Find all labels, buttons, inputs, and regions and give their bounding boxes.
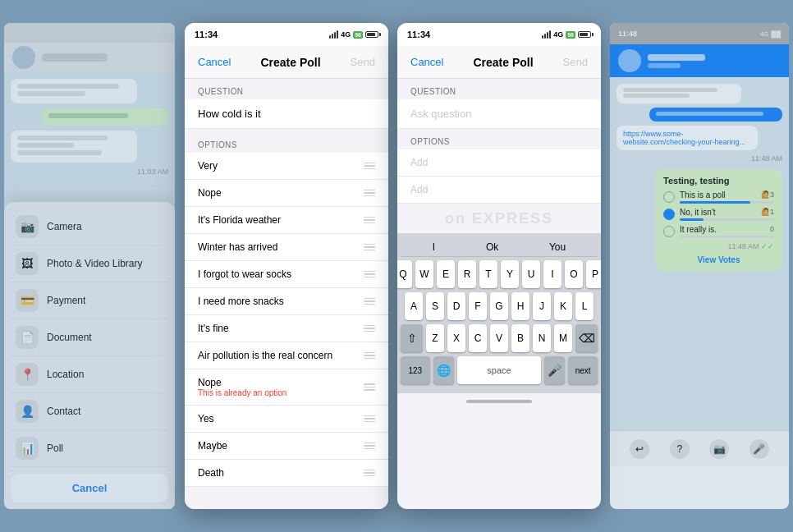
suggestion-2[interactable]: Ok (486, 241, 498, 253)
status-bar-right: 11:34 4G 98 (397, 23, 601, 46)
key-B[interactable]: B (511, 324, 529, 352)
key-M[interactable]: M (554, 324, 572, 352)
battery-icon-right (578, 31, 591, 38)
drag-handle-9[interactable] (364, 383, 375, 391)
key-space[interactable]: space (457, 356, 541, 384)
key-I[interactable]: I (543, 260, 562, 288)
share-item-poll[interactable]: 📊 Poll (11, 430, 168, 467)
send-button-right[interactable]: Send (563, 56, 588, 68)
drag-handle-4[interactable] (364, 244, 375, 251)
photos-icon: 🖼 (16, 252, 39, 275)
drag-handle-6[interactable] (364, 298, 375, 305)
key-A[interactable]: A (405, 292, 423, 320)
key-return[interactable]: next (568, 356, 598, 384)
cancel-button-left[interactable]: Cancel (198, 56, 231, 68)
key-Q[interactable]: Q (397, 260, 412, 288)
key-U[interactable]: U (522, 260, 540, 288)
key-123[interactable]: 123 (401, 356, 430, 384)
share-photos-label: Photo & Video Library (47, 258, 143, 269)
option-item-3[interactable]: It's Florida weather (185, 207, 388, 234)
question-label-left: QUESTION (185, 79, 388, 99)
poll-icon: 📊 (16, 437, 39, 460)
option-item-1[interactable]: Very (185, 153, 388, 180)
question-input-left[interactable]: How cold is it (185, 99, 388, 129)
signal-icon-left (329, 30, 338, 39)
drag-handle-1[interactable] (364, 163, 375, 170)
poll-option-1[interactable]: This is a poll 🙋3 (663, 190, 774, 204)
share-item-location[interactable]: 📍 Location (11, 356, 168, 393)
key-J[interactable]: J (533, 292, 551, 320)
drag-handle-12[interactable] (364, 470, 375, 477)
key-emoji[interactable]: 🌐 (433, 356, 454, 384)
key-mic[interactable]: 🎤 (544, 356, 565, 384)
key-T[interactable]: T (479, 260, 497, 288)
poll-option-3[interactable]: It really is. 0 (663, 225, 774, 238)
key-D[interactable]: D (447, 292, 465, 320)
option-item-2[interactable]: Nope (185, 180, 388, 207)
toolbar-icon-1[interactable]: ↩ (630, 439, 649, 459)
option-item-10[interactable]: Yes (185, 406, 388, 433)
battery-percent-left: 98 (353, 31, 363, 39)
option-item-12[interactable]: Death (185, 460, 388, 487)
option-text-2: Nope (198, 187, 222, 199)
key-shift[interactable]: ⇧ (401, 324, 423, 352)
cancel-button-right[interactable]: Cancel (410, 56, 443, 68)
key-Z[interactable]: Z (426, 324, 444, 352)
key-O[interactable]: O (565, 260, 583, 288)
key-E[interactable]: E (437, 260, 455, 288)
option-placeholder-1[interactable]: Add (397, 149, 601, 177)
share-cancel-button[interactable]: Cancel (11, 474, 168, 502)
option-item-7[interactable]: It's fine (185, 315, 388, 342)
toolbar-icon-3[interactable]: 📷 (709, 439, 729, 459)
poll-option-2[interactable]: No, it isn't 🙋1 (663, 208, 774, 221)
drag-handle-5[interactable] (364, 271, 375, 278)
drag-handle-2[interactable] (364, 190, 375, 197)
key-W[interactable]: W (415, 260, 433, 288)
option-item-6[interactable]: I need more snacks (185, 288, 388, 315)
key-F[interactable]: F (469, 292, 487, 320)
key-V[interactable]: V (490, 324, 508, 352)
key-K[interactable]: K (554, 292, 572, 320)
view-votes-button[interactable]: View Votes (663, 255, 774, 264)
poll-card-title: Testing, testing (663, 176, 774, 186)
drag-handle-11[interactable] (364, 443, 375, 450)
key-P[interactable]: P (586, 260, 601, 288)
key-C[interactable]: C (469, 324, 487, 352)
key-G[interactable]: G (490, 292, 508, 320)
option-item-4[interactable]: Winter has arrived (185, 234, 388, 261)
key-R[interactable]: R (458, 260, 476, 288)
drag-handle-8[interactable] (364, 352, 375, 360)
watermark-area: on EXPRESS (397, 204, 601, 233)
share-item-photos[interactable]: 🖼 Photo & Video Library (11, 245, 168, 282)
poll-fill-2 (680, 218, 704, 221)
key-S[interactable]: S (426, 292, 444, 320)
share-item-camera[interactable]: 📷 Camera (11, 209, 168, 245)
share-item-document[interactable]: 📄 Document (11, 319, 168, 356)
signal-icon-right (542, 30, 551, 39)
option-placeholder-2[interactable]: Add (397, 177, 601, 204)
toolbar-icon-2[interactable]: ? (670, 439, 690, 459)
msg-bubble-1 (11, 79, 137, 103)
key-H[interactable]: H (511, 292, 529, 320)
option-item-8[interactable]: Air pollution is the real concern (185, 342, 388, 369)
share-item-contact[interactable]: 👤 Contact (11, 393, 168, 430)
share-item-payment[interactable]: 💳 Payment (11, 282, 168, 319)
phone-screen-right: 11:34 4G 98 Cancel Create Poll Send QUES… (397, 23, 601, 509)
suggestion-1[interactable]: I (433, 241, 435, 253)
question-input-right[interactable]: Ask question (397, 99, 601, 129)
send-button-left[interactable]: Send (351, 56, 375, 68)
key-L[interactable]: L (575, 292, 594, 320)
option-item-5[interactable]: I forgot to wear socks (185, 261, 388, 288)
option-item-11[interactable]: Maybe (185, 433, 388, 460)
option-item-9[interactable]: Nope This is already an option (185, 369, 388, 406)
drag-handle-3[interactable] (364, 217, 375, 224)
key-Y[interactable]: Y (501, 260, 519, 288)
drag-handle-7[interactable] (364, 325, 375, 332)
network-label-left: 4G (341, 30, 351, 39)
key-X[interactable]: X (447, 324, 465, 352)
suggestion-3[interactable]: You (549, 241, 566, 253)
key-N[interactable]: N (533, 324, 551, 352)
drag-handle-10[interactable] (364, 415, 375, 423)
toolbar-icon-4[interactable]: 🎤 (749, 439, 769, 459)
key-delete[interactable]: ⌫ (575, 324, 598, 352)
